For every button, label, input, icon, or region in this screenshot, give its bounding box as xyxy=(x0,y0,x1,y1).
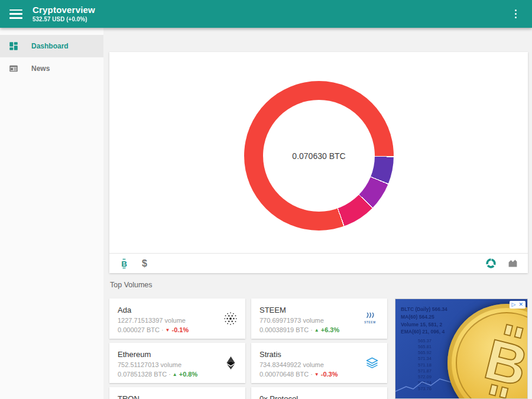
coin-change: +0.8% xyxy=(179,371,198,378)
top-volumes-title: Top Volumes xyxy=(110,281,153,289)
hamburger-icon[interactable] xyxy=(9,9,22,19)
coin-volume: 734.83449922 volume xyxy=(259,361,379,368)
coin-change: +6.3% xyxy=(321,326,340,333)
coin-volume: 752.51127013 volume xyxy=(118,361,237,368)
app-title: Cryptoverview xyxy=(33,5,95,15)
coin-price-row: 0.07851328 BTC · ▲ +0.8% xyxy=(118,371,237,378)
svg-text:B: B xyxy=(479,327,528,398)
coin-price-row: 0.00038919 BTC · ▲ +6.3% xyxy=(259,326,379,333)
area-chart-icon[interactable] xyxy=(507,258,518,269)
coin-change: -0.3% xyxy=(321,371,338,378)
news-icon xyxy=(8,63,19,74)
ad-close-icon[interactable]: ✕ xyxy=(518,302,523,307)
coin-name: 0x Protocol xyxy=(259,394,379,399)
ad-chart-text: BLTC (Daily) 566.34 MA(60) 564.25 Volume… xyxy=(401,306,447,336)
svg-text:B: B xyxy=(121,259,127,268)
donut-hole: 0.070630 BTC xyxy=(263,100,375,212)
chart-toolbar: B $ xyxy=(109,253,528,273)
volume-card-0x-protocol[interactable]: 0x Protocol xyxy=(251,387,387,399)
coin-price-row: 0.00070648 BTC · ▼ -0.3% xyxy=(259,371,379,378)
adchoices-icon[interactable]: ▷ xyxy=(512,302,516,307)
coin-volume: 1227.71513397 volume xyxy=(118,317,237,324)
kebab-menu-icon[interactable] xyxy=(512,7,520,21)
donut-center-label: 0.070630 BTC xyxy=(292,151,345,161)
steem-icon: STEEM xyxy=(360,312,380,326)
volume-card-ada[interactable]: Ada 1227.71513397 volume 0.000027 BTC · … xyxy=(109,299,245,339)
portfolio-value: 532.57 USD (+0.0%) xyxy=(33,16,95,23)
up-arrow-icon: ▲ xyxy=(173,372,177,377)
ad-banner[interactable]: ▷ ✕ BLTC (Daily) 566.34 MA(60) 564.25 Vo… xyxy=(395,299,528,399)
portfolio-donut-chart[interactable]: 0.070630 BTC xyxy=(244,81,394,231)
volume-card-tron[interactable]: TRON xyxy=(109,387,245,399)
bitcoin-coin-image: B xyxy=(447,304,528,399)
top-volumes-grid: Ada 1227.71513397 volume 0.000027 BTC · … xyxy=(109,299,387,399)
ethereum-icon xyxy=(223,356,238,371)
coin-name: Ada xyxy=(118,306,237,314)
dashboard-icon xyxy=(8,41,19,51)
cardano-icon xyxy=(223,311,238,326)
volume-card-stratis[interactable]: Stratis 734.83449922 volume 0.00070648 B… xyxy=(251,343,387,383)
bitcoin-icon[interactable]: B xyxy=(119,258,129,269)
svg-text:STEEM: STEEM xyxy=(364,321,375,324)
down-arrow-icon: ▼ xyxy=(314,372,319,377)
sidebar-item-dashboard[interactable]: Dashboard xyxy=(0,35,103,57)
coin-name: Ethereum xyxy=(118,350,237,359)
stratis-icon xyxy=(364,355,380,371)
coin-name: Stratis xyxy=(259,350,379,359)
volume-card-ethereum[interactable]: Ethereum 752.51127013 volume 0.07851328 … xyxy=(109,343,245,383)
app-bar: Cryptoverview 532.57 USD (+0.0%) xyxy=(0,0,532,28)
sidebar-item-label: Dashboard xyxy=(31,42,69,50)
sidebar: Dashboard News xyxy=(0,28,103,399)
ad-badge: ▷ ✕ xyxy=(510,301,525,309)
volume-card-steem[interactable]: STEEM 770.69971973 volume 0.00038919 BTC… xyxy=(251,299,387,339)
donut-chart-icon[interactable] xyxy=(485,258,497,269)
sidebar-item-news[interactable]: News xyxy=(0,57,103,80)
portfolio-chart-card: 0.070630 BTC B $ xyxy=(109,52,528,273)
coin-name: TRON xyxy=(118,394,237,399)
down-arrow-icon: ▼ xyxy=(166,327,170,333)
sidebar-item-label: News xyxy=(31,64,50,73)
main-content: 0.070630 BTC B $ xyxy=(103,28,532,399)
coin-price-row: 0.000027 BTC · ▼ -0.1% xyxy=(118,326,237,333)
coin-change: -0.1% xyxy=(172,326,189,333)
up-arrow-icon: ▲ xyxy=(314,327,319,333)
dollar-icon[interactable]: $ xyxy=(142,258,147,269)
